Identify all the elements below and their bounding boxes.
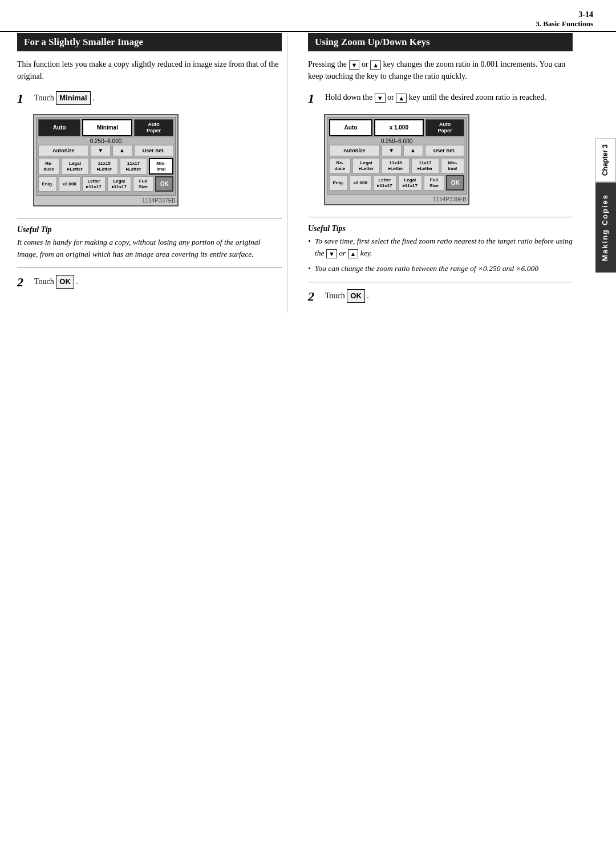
panel1-fullsize-btn[interactable]: FullSize bbox=[133, 176, 154, 192]
panel2-row1: Auto x 1.000 AutoPaper bbox=[329, 119, 464, 136]
panel1-11x15-btn[interactable]: 11x15▸Letter bbox=[91, 158, 118, 175]
main-content: For a Slightly Smaller Image This functi… bbox=[0, 33, 595, 313]
panel2-row3: Re-duce Legal▸Letter 11x15▸Letter 11x17▸… bbox=[329, 158, 464, 173]
right-step-1-number: 1 bbox=[308, 91, 321, 106]
panel1-userset-btn[interactable]: User Set. bbox=[134, 145, 173, 156]
left-useful-tip-title: Useful Tip bbox=[17, 225, 282, 234]
right-desc-part2: key changes the zoom ratio in 0.001 incr… bbox=[308, 60, 565, 80]
right-tip-1-key: key. bbox=[360, 249, 372, 257]
panel1-reduce-label: Re-duce bbox=[38, 158, 59, 175]
panel2-range: 0.250–6.000 bbox=[329, 138, 464, 144]
panel2-x2000-btn[interactable]: x2.000 bbox=[350, 175, 371, 191]
panel2-down-btn[interactable]: ▼ bbox=[382, 145, 402, 156]
left-step-1-before: Touch bbox=[34, 94, 54, 102]
left-step-1-content: Touch Minimal . bbox=[34, 91, 282, 105]
panel1-row1: Auto Minimal AutoPaper bbox=[38, 119, 173, 136]
right-step-2-button[interactable]: OK bbox=[347, 289, 365, 303]
panel1-ok-btn[interactable]: OK bbox=[155, 176, 173, 192]
panel1-enlg-label: Enlg. bbox=[38, 176, 57, 192]
right-section-description: Pressing the ▼ or ▲ key changes the zoom… bbox=[308, 58, 573, 82]
panel2-autosize-btn[interactable]: AutoSize bbox=[329, 145, 380, 156]
side-tab-making-copies: Making Copies bbox=[595, 183, 616, 273]
left-useful-tip-body: It comes in handy for making a copy, wit… bbox=[17, 237, 282, 261]
panel1-code: 1154P337EB bbox=[36, 197, 176, 204]
left-useful-tip: Useful Tip It comes in handy for making … bbox=[17, 225, 282, 261]
right-desc-up-arrow: ▲ bbox=[370, 60, 381, 70]
right-desc-part1: Pressing the bbox=[308, 60, 347, 68]
right-desc-down-arrow: ▼ bbox=[349, 60, 360, 70]
right-step-2-before: Touch bbox=[325, 291, 345, 300]
right-step-1: 1 Hold down the ▼ or ▲ key until the des… bbox=[308, 91, 573, 106]
right-step-1-down-arrow: ▼ bbox=[375, 94, 386, 103]
panel2-legal11x17-btn[interactable]: Legal▸11x17 bbox=[398, 175, 422, 191]
right-useful-tips-title: Useful Tips bbox=[308, 224, 573, 233]
page-number: 3-14 bbox=[578, 10, 593, 19]
left-step-1: 1 Touch Minimal . bbox=[17, 91, 282, 106]
panel2-11x17-btn[interactable]: 11x17▸Letter bbox=[411, 158, 439, 173]
panel1-minimal-btn[interactable]: Minimal bbox=[82, 119, 132, 136]
right-step-1-before: Hold down the bbox=[325, 93, 372, 102]
panel1-legal11x17-btn[interactable]: Legal▸11x17 bbox=[107, 176, 131, 192]
panel1-letter11x17-btn[interactable]: Letter▸11x17 bbox=[82, 176, 106, 192]
left-step-2-after: . bbox=[76, 277, 78, 286]
left-step-2-button[interactable]: OK bbox=[56, 275, 74, 289]
left-step-2: 2 Touch OK . bbox=[17, 275, 282, 290]
right-step-1-or: or bbox=[387, 93, 396, 102]
panel2-ok-btn[interactable]: OK bbox=[446, 175, 464, 191]
right-step-2-number: 2 bbox=[308, 289, 321, 304]
right-desc-or: or bbox=[362, 60, 368, 68]
left-step-2-text: Touch OK . bbox=[34, 277, 78, 286]
left-step-1-button[interactable]: Minimal bbox=[56, 91, 90, 105]
right-column: Using Zoom Up/Down Keys Pressing the ▼ o… bbox=[305, 33, 573, 313]
panel1-11x17-btn[interactable]: 11x17▸Letter bbox=[120, 158, 147, 175]
right-step-2-after: . bbox=[367, 291, 369, 300]
panel2-enlg-label: Enlg. bbox=[329, 175, 348, 191]
panel2-11x15-btn[interactable]: 11x15▸Letter bbox=[382, 158, 410, 173]
panel1-row2: AutoSize ▼ ▲ User Set. bbox=[38, 145, 173, 156]
right-divider-1 bbox=[308, 217, 573, 217]
left-step-1-text: Touch Minimal . bbox=[34, 94, 95, 102]
right-step-1-content: Hold down the ▼ or ▲ key until the desir… bbox=[325, 91, 573, 103]
panel1-up-btn[interactable]: ▲ bbox=[112, 145, 132, 156]
right-step-2-content: Touch OK . bbox=[325, 289, 573, 303]
panel2-autopaper-btn[interactable]: AutoPaper bbox=[425, 119, 464, 136]
left-section-description: This function lets you make a copy sligh… bbox=[17, 58, 282, 82]
left-step-2-content: Touch OK . bbox=[34, 275, 282, 289]
panel1-down-btn[interactable]: ▼ bbox=[91, 145, 111, 156]
panel1-x2000-btn[interactable]: x2.000 bbox=[59, 176, 80, 192]
panel2-userset-btn[interactable]: User Set. bbox=[425, 145, 464, 156]
chapter-label: 3. Basic Functions bbox=[536, 19, 593, 29]
left-step-2-before: Touch bbox=[34, 277, 54, 286]
ui-panel-2: Auto x 1.000 AutoPaper 0.250–6.000 AutoS… bbox=[324, 114, 469, 205]
right-step-1-text: Hold down the ▼ or ▲ key until the desir… bbox=[325, 93, 546, 102]
making-copies-label: Making Copies bbox=[601, 194, 609, 261]
panel2-auto-btn[interactable]: Auto bbox=[329, 119, 372, 136]
panel1-legal-btn[interactable]: Legal▸Letter bbox=[61, 158, 88, 175]
panel2-up-btn[interactable]: ▲ bbox=[403, 145, 423, 156]
right-step-1-up-arrow: ▲ bbox=[396, 94, 407, 103]
right-step-2: 2 Touch OK . bbox=[308, 289, 573, 304]
panel2-legal-btn[interactable]: Legal▸Letter bbox=[352, 158, 380, 173]
panel2-fullsize-btn[interactable]: FullSize bbox=[424, 175, 445, 191]
left-divider-2 bbox=[17, 268, 282, 268]
panel2-row4: Enlg. x2.000 Letter▸11x17 Legal▸11x17 Fu… bbox=[329, 175, 464, 191]
panel2-x1000-btn[interactable]: x 1.000 bbox=[374, 119, 424, 136]
panel2-minimal-btn[interactable]: Min-imal bbox=[441, 158, 464, 173]
right-tip-2: You can change the zoom ratio between th… bbox=[308, 263, 573, 275]
panel2-reduce-label: Re-duce bbox=[329, 158, 351, 173]
right-useful-tips-list: To save time, first select the fixed zoo… bbox=[308, 236, 573, 275]
panel1-autopaper-btn[interactable]: AutoPaper bbox=[134, 119, 173, 136]
panel1-autosize-btn[interactable]: AutoSize bbox=[38, 145, 89, 156]
right-tip-2-text: You can change the zoom ratio between th… bbox=[315, 264, 538, 273]
panel2-letter11x17-btn[interactable]: Letter▸11x17 bbox=[373, 175, 396, 191]
panel1-minimal-small-btn[interactable]: Min-imal bbox=[149, 158, 173, 175]
page-header: 3-14 3. Basic Functions bbox=[0, 0, 616, 32]
chapter-tab-label: Chapter 3 bbox=[601, 144, 609, 176]
panel1-row4: Enlg. x2.000 Letter▸11x17 Legal▸11x17 Fu… bbox=[38, 176, 173, 192]
left-divider-1 bbox=[17, 218, 282, 218]
right-tip-1-up-icon: ▲ bbox=[348, 249, 359, 258]
right-tip-1: To save time, first select the fixed zoo… bbox=[308, 236, 573, 260]
panel1-row3: Re-duce Legal▸Letter 11x15▸Letter 11x17▸… bbox=[38, 158, 173, 175]
panel1-auto-btn[interactable]: Auto bbox=[38, 119, 80, 136]
ui-panel-1: Auto Minimal AutoPaper 0.250–6.000 AutoS… bbox=[33, 114, 179, 206]
